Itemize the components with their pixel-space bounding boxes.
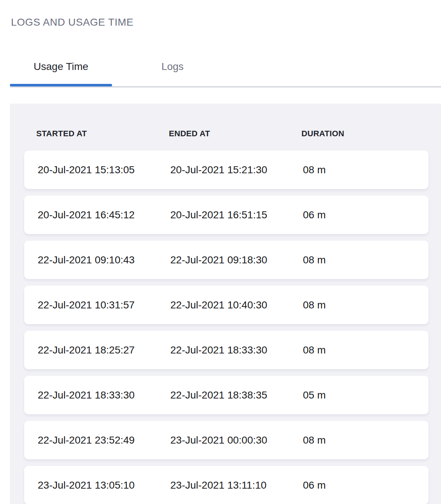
cell-ended-at: 22-Jul-2021 10:40:30: [170, 299, 303, 311]
table-row: 20-Jul-2021 15:13:05 20-Jul-2021 15:21:3…: [24, 151, 429, 189]
cell-started-at: 23-Jul-2021 13:05:10: [38, 479, 170, 491]
cell-started-at: 22-Jul-2021 18:33:30: [38, 389, 170, 401]
cell-started-at: 22-Jul-2021 23:52:49: [38, 434, 170, 446]
active-tab-indicator: [10, 84, 112, 86]
cell-started-at: 22-Jul-2021 10:31:57: [38, 299, 170, 311]
table-body: 20-Jul-2021 15:13:05 20-Jul-2021 15:21:3…: [10, 151, 441, 504]
table-row: 22-Jul-2021 09:10:43 22-Jul-2021 09:18:3…: [24, 241, 429, 279]
cell-duration: 08 m: [303, 164, 429, 176]
cell-duration: 08 m: [303, 434, 429, 446]
cell-ended-at: 20-Jul-2021 15:21:30: [170, 164, 303, 176]
column-header-duration: DURATION: [301, 129, 441, 138]
cell-started-at: 22-Jul-2021 18:25:27: [38, 344, 170, 356]
cell-duration: 05 m: [303, 389, 429, 401]
table-row: 22-Jul-2021 10:31:57 22-Jul-2021 10:40:3…: [24, 286, 429, 324]
cell-duration: 08 m: [303, 344, 429, 356]
cell-ended-at: 22-Jul-2021 18:33:30: [170, 344, 303, 356]
table-row: 20-Jul-2021 16:45:12 20-Jul-2021 16:51:1…: [24, 196, 429, 234]
usage-time-panel: STARTED AT ENDED AT DURATION 20-Jul-2021…: [10, 104, 441, 504]
cell-started-at: 20-Jul-2021 15:13:05: [38, 164, 170, 176]
tab-bar: Usage Time Logs: [0, 60, 441, 88]
column-header-started-at: STARTED AT: [36, 129, 169, 138]
table-row: 22-Jul-2021 23:52:49 23-Jul-2021 00:00:3…: [24, 421, 429, 459]
cell-duration: 06 m: [303, 209, 429, 221]
table-row: 22-Jul-2021 18:33:30 22-Jul-2021 18:38:3…: [24, 376, 429, 414]
cell-duration: 06 m: [303, 479, 429, 491]
cell-started-at: 22-Jul-2021 09:10:43: [38, 254, 170, 266]
cell-ended-at: 22-Jul-2021 18:38:35: [170, 389, 303, 401]
cell-ended-at: 23-Jul-2021 00:00:30: [170, 434, 303, 446]
cell-duration: 08 m: [303, 299, 429, 311]
table-row: 23-Jul-2021 13:05:10 23-Jul-2021 13:11:1…: [24, 466, 429, 504]
tab-logs[interactable]: Logs: [112, 60, 233, 84]
logs-usage-page: LOGS AND USAGE TIME Usage Time Logs STAR…: [0, 0, 441, 504]
cell-ended-at: 23-Jul-2021 13:11:10: [170, 479, 303, 491]
table-header-row: STARTED AT ENDED AT DURATION: [36, 129, 441, 138]
table-row: 22-Jul-2021 18:25:27 22-Jul-2021 18:33:3…: [24, 331, 429, 369]
cell-ended-at: 22-Jul-2021 09:18:30: [170, 254, 303, 266]
cell-duration: 08 m: [303, 254, 429, 266]
column-header-ended-at: ENDED AT: [169, 129, 301, 138]
cell-started-at: 20-Jul-2021 16:45:12: [38, 209, 170, 221]
tab-usage-time[interactable]: Usage Time: [10, 60, 112, 84]
cell-ended-at: 20-Jul-2021 16:51:15: [170, 209, 303, 221]
page-title: LOGS AND USAGE TIME: [11, 17, 134, 28]
